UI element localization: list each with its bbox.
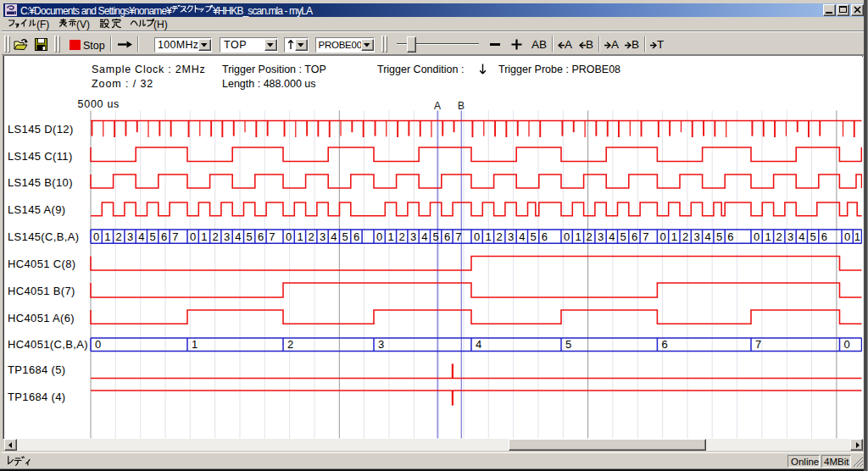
svg-text:2: 2 [682,230,688,243]
svg-text:6: 6 [661,338,667,351]
svg-text:Sample Clock : 2MHz: Sample Clock : 2MHz [92,64,205,75]
svg-text:0: 0 [659,230,665,243]
svg-text:3: 3 [320,230,326,243]
svg-text:1: 1 [765,230,771,243]
svg-text:2: 2 [287,338,293,351]
svg-text:4: 4 [476,338,481,351]
svg-text:0: 0 [844,230,850,243]
svg-text:Trigger Condition :: Trigger Condition : [377,64,464,75]
svg-text:1: 1 [297,230,303,243]
svg-text:Zoom : / 32: Zoom : / 32 [92,78,153,90]
svg-text:Trigger Position : TOP: Trigger Position : TOP [222,64,326,75]
svg-text:0: 0 [564,230,570,243]
svg-text:1: 1 [201,230,207,243]
svg-text:2: 2 [776,230,782,243]
svg-text:3: 3 [693,230,699,243]
svg-text:5000 us: 5000 us [78,98,120,110]
svg-text:1: 1 [387,230,393,243]
svg-text:4: 4 [331,230,337,243]
svg-text:4: 4 [235,230,241,243]
svg-text:4: 4 [519,230,525,243]
svg-text:TP1684 (4): TP1684 (4) [8,391,66,403]
svg-text:4: 4 [705,230,711,243]
svg-text:LS145 C(11): LS145 C(11) [8,150,73,163]
svg-text:6: 6 [353,230,359,243]
svg-text:2: 2 [399,230,405,243]
svg-text:2: 2 [497,230,503,243]
svg-text:7: 7 [643,230,648,243]
svg-text:Trigger Probe : PROBE08: Trigger Probe : PROBE08 [498,64,620,75]
svg-text:6: 6 [542,230,548,243]
svg-text:4: 4 [421,230,427,243]
svg-text:2: 2 [587,230,593,243]
svg-text:6: 6 [727,230,733,243]
svg-text:1: 1 [485,230,491,243]
svg-text:1: 1 [575,230,581,243]
svg-text:3: 3 [127,230,133,243]
svg-text:A: A [434,100,441,112]
svg-text:5: 5 [246,230,252,243]
svg-text:5: 5 [620,230,626,243]
svg-text:0: 0 [95,338,101,351]
svg-text:5: 5 [432,230,438,243]
svg-text:B: B [458,100,465,112]
svg-text:5: 5 [810,230,815,243]
svg-text:LS145 D(12): LS145 D(12) [8,123,74,136]
svg-text:7: 7 [755,338,761,351]
svg-text:HC4051(C,B,A): HC4051(C,B,A) [8,338,88,351]
svg-text:LS145 B(10): LS145 B(10) [8,176,73,189]
svg-text:HC4051 C(8): HC4051 C(8) [8,258,75,270]
svg-text:5: 5 [342,230,348,243]
svg-text:TP1684 (5): TP1684 (5) [8,363,66,376]
svg-text:0: 0 [376,230,382,243]
svg-text:4: 4 [609,230,615,243]
svg-text:3: 3 [598,230,604,243]
svg-text:4: 4 [798,230,804,243]
svg-text:3: 3 [787,230,793,243]
svg-text:5: 5 [716,230,722,243]
svg-text:5: 5 [565,338,571,351]
svg-text:2: 2 [213,230,219,243]
svg-text:1: 1 [192,338,198,351]
svg-text:5: 5 [530,230,536,243]
svg-text:6: 6 [161,230,167,243]
svg-text:3: 3 [508,230,514,243]
svg-text:LS145 A(9): LS145 A(9) [8,203,66,216]
svg-text:0: 0 [844,338,850,351]
svg-text:HC4051 B(7): HC4051 B(7) [8,285,75,297]
svg-text:7: 7 [269,230,275,243]
svg-text:7: 7 [172,230,178,243]
svg-text:1: 1 [671,230,677,243]
svg-text:0: 0 [190,230,196,243]
svg-text:HC4051 A(6): HC4051 A(6) [8,312,75,324]
svg-text:0: 0 [286,230,292,243]
svg-text:6: 6 [444,230,450,243]
svg-text:3: 3 [378,338,384,351]
svg-text:2: 2 [116,230,122,243]
svg-text:2: 2 [309,230,314,243]
svg-text:3: 3 [410,230,416,243]
svg-text:6: 6 [821,230,827,243]
svg-text:7: 7 [455,230,461,243]
svg-text:Length : 488.000 us: Length : 488.000 us [222,78,316,90]
svg-text:0: 0 [93,230,99,243]
svg-text:4: 4 [138,230,144,243]
svg-text:1: 1 [104,230,110,243]
svg-text:LS145(C,B,A): LS145(C,B,A) [8,230,79,243]
svg-text:0: 0 [474,230,480,243]
svg-text:5: 5 [150,230,156,243]
svg-text:6: 6 [258,230,264,243]
svg-text:0: 0 [754,230,760,243]
svg-text:3: 3 [224,230,230,243]
svg-text:6: 6 [632,230,637,243]
svg-text:1: 1 [854,230,860,243]
